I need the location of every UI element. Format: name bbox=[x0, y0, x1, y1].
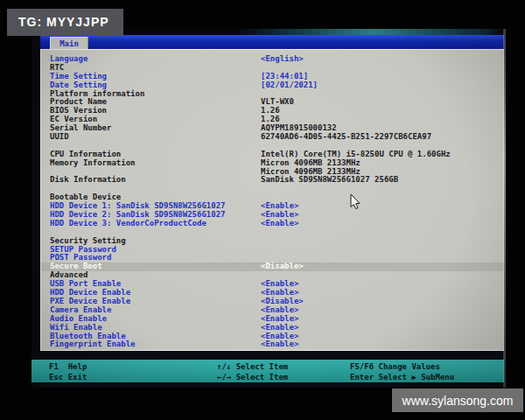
mouse-cursor-icon bbox=[350, 194, 361, 210]
hint-f1-help: F1 Help bbox=[49, 361, 217, 372]
key-hints-col-actions: F5/F6 Change Values Enter Select ▶ SubMe… bbox=[350, 361, 504, 382]
bios-row[interactable]: Fingerprint Enable<Enable> bbox=[41, 340, 504, 349]
row-value: <Disable> bbox=[261, 262, 504, 271]
row-value: <Enable> bbox=[261, 340, 504, 349]
row-value: <Enable> bbox=[261, 220, 504, 228]
row-label: Fingerprint Enable bbox=[50, 340, 261, 349]
row-value bbox=[261, 237, 504, 246]
hint-change-values: F5/F6 Change Values bbox=[350, 361, 504, 372]
key-hints-bar: F1 Help Esc Exit ↑/↓ Select Item ←/→ Sel… bbox=[32, 360, 504, 382]
row-value: [02/01/2021] bbox=[261, 81, 504, 90]
hint-updown-select: ↑/↓ Select Item bbox=[217, 361, 350, 372]
row-value bbox=[261, 90, 504, 99]
row-value: <English> bbox=[261, 55, 504, 64]
bios-screen-inner: Main Language<English>RTCTime Setting[23… bbox=[40, 29, 504, 388]
tab-main[interactable]: Main bbox=[50, 37, 88, 49]
row-label: UUID bbox=[50, 133, 261, 142]
tag-label: TG: MYYJJPP bbox=[7, 9, 123, 36]
row-value: SanDisk SD9SN8W256G1027 256GB bbox=[261, 176, 504, 185]
content-footer-divider bbox=[40, 350, 504, 360]
row-label: Memory Information bbox=[50, 159, 261, 168]
row-label: Language bbox=[50, 55, 261, 64]
row-value: VLT-WX0 bbox=[261, 98, 504, 107]
bios-row: UUID62740AD6-4D05-4425-B251-2297CB6CEA97 bbox=[41, 133, 504, 142]
hint-enter-submenu: Enter Select ▶ SubMenu bbox=[350, 372, 504, 382]
hint-leftright-select: ←/→ Select Item bbox=[217, 372, 350, 382]
row-value bbox=[261, 246, 504, 255]
bios-content: Language<English>RTCTime Setting[23:44:0… bbox=[40, 49, 504, 350]
row-label: HDD Device 3: VendorCoProductCode bbox=[50, 220, 261, 228]
row-value: 62740AD6-4D05-4425-B251-2297CB6CEA97 bbox=[261, 133, 504, 142]
bios-screen: Main Language<English>RTCTime Setting[23… bbox=[32, 29, 506, 388]
key-hints-col-select: ↑/↓ Select Item ←/→ Select Item bbox=[217, 361, 350, 382]
row-label: Serial Number bbox=[50, 124, 261, 133]
watermark-label: www.sylansong.com bbox=[392, 388, 523, 412]
bios-rows: Language<English>RTCTime Setting[23:44:0… bbox=[41, 55, 504, 349]
row-value: 1.26 bbox=[261, 107, 504, 116]
key-hints-col-keys: F1 Help Esc Exit bbox=[49, 361, 217, 382]
bios-row[interactable]: Secure Boot<Disable> bbox=[41, 262, 504, 271]
bios-row[interactable]: Language<English> bbox=[41, 55, 504, 64]
bios-menu-bar: Main bbox=[40, 35, 504, 49]
row-label: Disk Information bbox=[50, 176, 261, 185]
screen-bottom-bezel bbox=[40, 382, 504, 388]
bios-row: Disk InformationSanDisk SD9SN8W256G1027 … bbox=[41, 176, 504, 185]
hint-esc-exit: Esc Exit bbox=[49, 372, 217, 382]
bios-row[interactable]: HDD Device 3: VendorCoProductCode<Enable… bbox=[41, 220, 504, 228]
